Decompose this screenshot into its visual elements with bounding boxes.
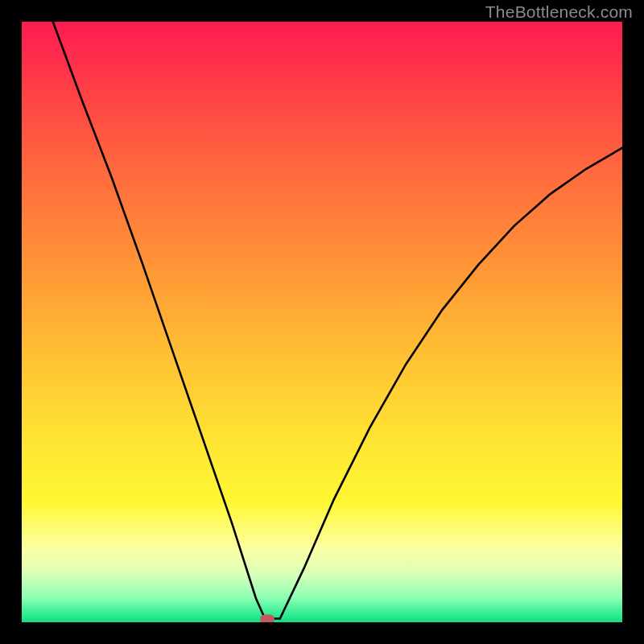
plot-area <box>22 22 622 622</box>
min-marker <box>260 614 275 622</box>
gradient-background <box>22 22 622 622</box>
watermark-text: TheBottleneck.com <box>485 2 633 22</box>
chart-frame: TheBottleneck.com <box>0 0 644 644</box>
